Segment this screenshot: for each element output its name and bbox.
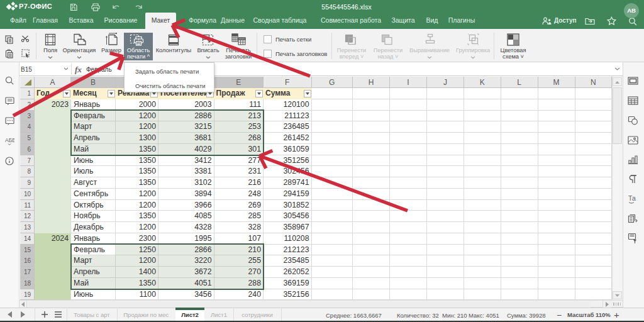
svg-text:АБВ: АБВ bbox=[5, 137, 14, 143]
svg-text:Та: Та bbox=[628, 194, 636, 202]
